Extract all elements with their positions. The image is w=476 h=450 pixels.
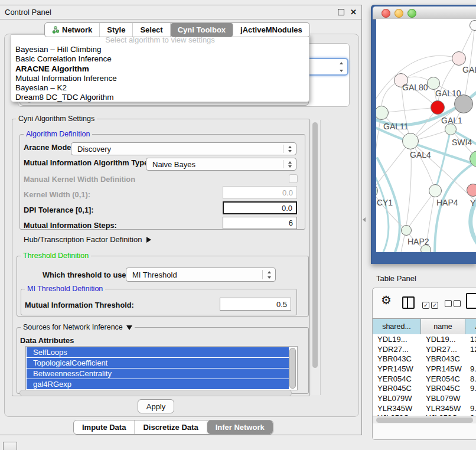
table-row[interactable]: YLR345WYLR345W9.: [373, 403, 476, 413]
network-canvas[interactable]: GALGAL80GAL10GAL1GAL11SWI4GAL4GCY1HAP4YH…: [376, 19, 476, 252]
network-node-gal[interactable]: [452, 51, 466, 66]
table-row[interactable]: YPR145WYPR145W9.: [373, 364, 476, 374]
network-node-swi4[interactable]: [445, 123, 457, 135]
mi-type-combobox[interactable]: Naive Bayes: [146, 158, 296, 171]
algorithm-option-aracne-algorithm[interactable]: ARACNE Algorithm: [11, 64, 309, 74]
network-node-gal4[interactable]: [402, 133, 419, 149]
network-node-hap2[interactable]: [401, 225, 412, 236]
manual-kernel-checkbox[interactable]: [289, 174, 298, 183]
table-row[interactable]: YDR27...YDR27...12: [373, 344, 476, 354]
tab-label: Network: [62, 25, 92, 34]
column-header-shared[interactable]: shared...: [373, 319, 421, 334]
tab-impute-data[interactable]: Impute Data: [74, 420, 135, 434]
hub-expander[interactable]: Hub/Transcription Factor Definition: [24, 235, 151, 244]
mi-steps-field[interactable]: 6: [223, 217, 297, 229]
which-threshold-label: Which threshold to use:: [43, 270, 129, 279]
stepper-up-icon: [268, 271, 271, 273]
attribute-item-topologicalcoefficient[interactable]: TopologicalCoefficient: [27, 358, 289, 368]
algorithm-option-mutual-information-inference[interactable]: Mutual Information Inference: [11, 74, 309, 83]
table-cell: 12: [465, 345, 476, 354]
hub-expander-label: Hub/Transcription Factor Definition: [24, 235, 142, 244]
tab-cyni-toolbox[interactable]: Cyni Toolbox: [171, 23, 233, 37]
network-window[interactable]: GALGAL80GAL10GAL1GAL11SWI4GAL4GCY1HAP4YH…: [371, 5, 476, 264]
node-label-hap4: HAP4: [436, 198, 458, 207]
control-panel-titlebar: Control Panel ✕: [0, 5, 361, 19]
network-node[interactable]: [470, 20, 476, 31]
node-label-gal: GAL: [462, 65, 476, 74]
split-columns-icon[interactable]: [402, 296, 415, 309]
table-cell: YBL079W: [373, 394, 421, 403]
unchecked-checkboxes-icon[interactable]: [445, 300, 462, 309]
table-cell: YBR043C: [373, 354, 421, 363]
tab-style[interactable]: Style: [100, 23, 133, 37]
scrollbar-thumb[interactable]: [312, 122, 318, 368]
data-attributes-list[interactable]: SelfLoopsTopologicalCoefficientBetweenne…: [25, 346, 298, 390]
float-window-icon[interactable]: [338, 9, 344, 15]
algorithm-option-basic-correlation-inference[interactable]: Basic Correlation Inference: [11, 54, 309, 64]
manual-kernel-label: Manual Kernel Width Definition: [24, 175, 135, 184]
tab-discretize-data[interactable]: Discretize Data: [135, 420, 207, 434]
which-threshold-combobox[interactable]: MI Threshold: [126, 268, 276, 282]
tab-network[interactable]: Network: [45, 23, 100, 37]
aracne-mode-label: Aracne Mode:: [24, 143, 74, 152]
tab-label: Select: [140, 25, 162, 34]
mi-type-label: Mutual Information Algorithm Type:: [24, 158, 151, 167]
table-row[interactable]: YER054CYER054C8.: [373, 374, 476, 384]
column-header-a[interactable]: A: [465, 319, 476, 334]
apply-button[interactable]: Apply: [138, 399, 174, 413]
column-header-name[interactable]: name: [421, 319, 465, 334]
network-node[interactable]: [454, 94, 473, 113]
network-node-gal1[interactable]: [431, 100, 445, 115]
table-cell: YLR345W: [373, 404, 421, 413]
algorithm-option-bayesian-k2[interactable]: Bayesian – K2: [11, 83, 309, 93]
table-row[interactable]: YBL079WYBL079W: [373, 393, 476, 403]
algorithm-option-bayesian-hill-climbing[interactable]: Bayesian – Hill Climbing: [11, 45, 309, 54]
minimized-panel-icon[interactable]: [3, 442, 17, 450]
attribute-item-selfloops[interactable]: SelfLoops: [27, 347, 289, 357]
settings-scrollbar[interactable]: [311, 120, 321, 395]
gear-icon[interactable]: ⚙: [381, 293, 392, 307]
zoom-traffic-light-icon[interactable]: [407, 9, 416, 18]
aracne-mode-combobox[interactable]: Discovery: [71, 142, 296, 155]
table-row[interactable]: YBR045CYBR045C9.: [373, 383, 476, 393]
kernel-width-field[interactable]: 0.0: [223, 186, 297, 199]
network-node-hap4[interactable]: [429, 184, 442, 197]
checked-checkboxes-icon[interactable]: ✓✓: [422, 300, 440, 309]
attribute-item-gal4rgexp[interactable]: gal4RGexp: [27, 379, 289, 389]
close-icon[interactable]: ✕: [350, 8, 357, 17]
table-panel-title: Table Panel: [376, 274, 416, 283]
dpi-tolerance-field[interactable]: 0.0: [223, 201, 297, 214]
mi-threshold-field[interactable]: 0.5: [220, 298, 291, 311]
network-window-titlebar[interactable]: [373, 6, 476, 19]
close-traffic-light-icon[interactable]: [382, 9, 390, 18]
table-panel: ⚙ ✓✓ shared...nameA YDL19...YDL19...13YD…: [372, 288, 476, 440]
table-row[interactable]: YBR043CYBR043C: [373, 354, 476, 364]
network-node-y[interactable]: [467, 184, 476, 197]
table-cell: 13: [465, 335, 476, 344]
splitter-collapse-icon[interactable]: [363, 217, 366, 222]
dpi-tolerance-value: 0.0: [282, 204, 292, 213]
scrollbar-thumb[interactable]: [376, 418, 473, 423]
control-panel-title: Control Panel: [5, 8, 51, 17]
table-cell: YLR345W: [421, 404, 465, 413]
minimize-traffic-light-icon[interactable]: [395, 9, 403, 18]
dropdown-items: Bayesian – Hill ClimbingBasic Correlatio…: [11, 45, 309, 102]
algorithm-option-dream8-dc-tdc-algorithm[interactable]: Dream8 DC_TDC Algorithm: [11, 93, 309, 102]
network-node[interactable]: [420, 244, 431, 252]
horizontal-scrollbar[interactable]: [19, 390, 292, 396]
tab-jactivemnodules[interactable]: jActiveMNodules: [233, 23, 309, 37]
network-node-gal10[interactable]: [427, 77, 440, 90]
table-horizontal-scrollbar[interactable]: [373, 416, 476, 423]
bottom-tab-bar: Impute DataDiscretize DataInfer Network: [73, 420, 273, 435]
expand-right-icon: [146, 237, 151, 243]
tab-infer-network[interactable]: Infer Network: [207, 420, 273, 434]
attribute-item-betweennesscentrality[interactable]: BetweennessCentrality: [27, 369, 289, 379]
algorithm-definition-title: Algorithm Definition: [24, 130, 92, 138]
sources-title-row[interactable]: Sources for Network Inference: [21, 323, 135, 331]
table-row[interactable]: YDL19...YDL19...13: [373, 334, 476, 344]
document-icon[interactable]: [466, 293, 476, 309]
table-cell: YBR045C: [421, 384, 465, 393]
threshold-definition-title: Threshold Definition: [21, 252, 91, 260]
list-scrollbar[interactable]: [289, 348, 296, 389]
tab-select[interactable]: Select: [133, 23, 170, 37]
